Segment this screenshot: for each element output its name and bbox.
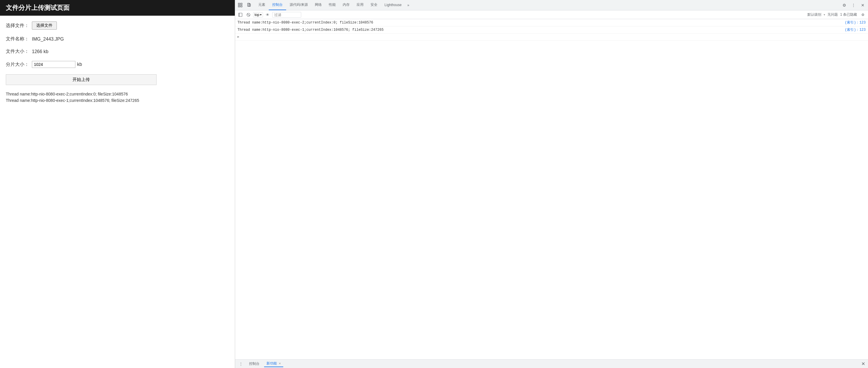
console-entry-text-2: Thread name:http-nio-8080-exec-1;current…	[238, 27, 842, 32]
filesize-label: 文件大小：	[6, 49, 32, 55]
bottom-tab-new-features[interactable]: 新功能 ✕	[264, 361, 283, 367]
hidden-count-badge: 1 条已隐藏	[840, 12, 857, 17]
top-context-selector[interactable]: top ▾	[253, 12, 263, 18]
bottom-tab-console[interactable]: 控制台	[247, 361, 262, 367]
filename-value: IMG_2443.JPG	[32, 36, 64, 42]
tab-memory[interactable]: 内存	[339, 0, 353, 10]
tab-performance[interactable]: 性能	[325, 0, 339, 10]
console-toolbar: top ▾ 👁 默认级别 ▾ 无问题 1 条已隐藏 ⚙	[235, 10, 868, 19]
inspect-element-icon[interactable]	[236, 1, 244, 9]
console-settings-icon[interactable]: ⚙	[859, 11, 866, 18]
log-line-1: Thread name:http-nio-8080-exec-2;current…	[6, 91, 229, 97]
choose-file-label: 选择文件：	[6, 23, 32, 29]
console-entry-text-1: Thread name:http-nio-8080-exec-2;current…	[238, 20, 842, 25]
expand-icon[interactable]: ▶	[238, 34, 240, 39]
tab-security[interactable]: 安全	[367, 0, 381, 10]
console-log-area: Thread name:http-nio-8080-exec-2;current…	[235, 19, 868, 359]
filesize-row: 文件大小： 1266 kb	[6, 49, 229, 55]
svg-rect-2	[241, 3, 242, 5]
level-chevron-icon: ▾	[824, 13, 825, 16]
chevron-down-icon: ▾	[260, 13, 261, 16]
chunk-size-row: 分片大小： kb	[6, 61, 229, 68]
console-entry-source-2[interactable]: (索引)：123	[845, 27, 866, 32]
log-level-selector[interactable]: 默认级别	[807, 12, 821, 17]
bottom-more-icon[interactable]: ⋮	[238, 361, 244, 367]
devtools-bottom-bar: ⋮ 控制台 新功能 ✕ ✕	[235, 359, 868, 368]
page-header: 文件分片上传测试页面	[0, 0, 235, 16]
tab-sources[interactable]: 源代码/来源	[286, 0, 311, 10]
devtools-tabs: 元素 控制台 源代码/来源 网络 性能 内存 应用 安全	[254, 0, 840, 10]
console-entry-expand[interactable]: ▶	[235, 34, 868, 40]
tab-application[interactable]: 应用	[353, 0, 367, 10]
no-issues-badge: 无问题	[828, 12, 838, 17]
svg-line-9	[247, 13, 250, 16]
console-right-controls: 默认级别 ▾ 无问题 1 条已隐藏 ⚙	[807, 11, 866, 18]
web-page-panel: 文件分片上传测试页面 选择文件： 选择文件 文件名称： IMG_2443.JPG…	[0, 0, 235, 368]
bottom-tab-close-icon[interactable]: ✕	[279, 362, 281, 365]
devtools-right-icons: ⚙ ⋮ ✕	[840, 1, 867, 9]
console-filter-input[interactable]	[272, 12, 301, 18]
svg-rect-3	[241, 5, 242, 7]
filename-label: 文件名称：	[6, 36, 32, 42]
console-entry-2: Thread name:http-nio-8080-exec-1;current…	[235, 26, 868, 34]
devtools-panel: 元素 控制台 源代码/来源 网络 性能 内存 应用 安全	[235, 0, 868, 368]
tab-elements[interactable]: 元素	[255, 0, 269, 10]
log-line-2: Thread name:http-nio-8080-exec-1;current…	[6, 97, 229, 104]
eye-icon[interactable]: 👁	[264, 11, 271, 18]
devtools-toolbar: 元素 控制台 源代码/来源 网络 性能 内存 应用 安全	[235, 0, 868, 10]
more-tabs-button[interactable]: »	[405, 2, 412, 8]
filename-row: 文件名称： IMG_2443.JPG	[6, 36, 229, 42]
tab-network[interactable]: 网络	[311, 0, 325, 10]
choose-file-row: 选择文件： 选择文件	[6, 22, 229, 30]
chunk-size-input[interactable]	[32, 61, 75, 68]
console-entry-1: Thread name:http-nio-8080-exec-2;current…	[235, 19, 868, 26]
device-toolbar-icon[interactable]	[245, 1, 253, 9]
chunk-unit: kb	[77, 62, 82, 67]
devtools-settings-icon[interactable]: ⚙	[840, 1, 848, 9]
devtools-more-icon[interactable]: ⋮	[849, 1, 858, 9]
tab-console[interactable]: 控制台	[269, 0, 286, 10]
bottom-close-button[interactable]: ✕	[861, 361, 866, 367]
choose-file-button[interactable]: 选择文件	[32, 22, 57, 30]
clear-console-icon[interactable]	[245, 11, 252, 18]
filesize-value: 1266 kb	[32, 49, 49, 54]
page-title: 文件分片上传测试页面	[6, 4, 69, 11]
devtools-close-icon[interactable]: ✕	[859, 1, 867, 9]
tab-lighthouse[interactable]: Lighthouse	[381, 0, 405, 10]
console-sidebar-icon[interactable]	[237, 11, 244, 18]
svg-rect-1	[238, 5, 240, 7]
svg-rect-0	[238, 3, 240, 5]
console-entry-source-1[interactable]: (索引)：123	[845, 20, 866, 25]
chunk-size-label: 分片大小：	[6, 61, 32, 67]
bottom-right-area: ✕	[861, 361, 866, 367]
page-content: 选择文件： 选择文件 文件名称： IMG_2443.JPG 文件大小： 1266…	[0, 16, 235, 110]
svg-rect-6	[239, 13, 242, 17]
upload-button[interactable]: 开始上传	[6, 74, 157, 85]
